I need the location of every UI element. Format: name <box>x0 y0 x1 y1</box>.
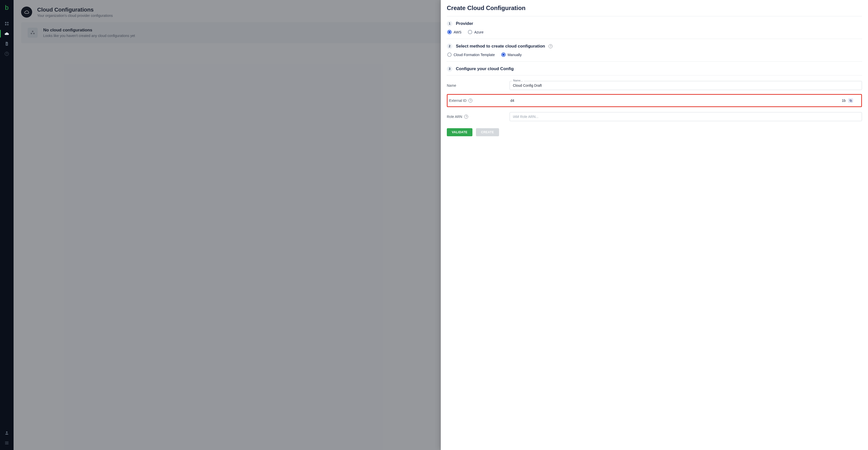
radio-icon <box>501 53 505 57</box>
role-arn-input[interactable] <box>509 112 862 121</box>
method-radio-group: Cloud Formation Template Manually <box>447 53 862 62</box>
radio-cft[interactable]: Cloud Formation Template <box>447 53 495 57</box>
create-button: CREATE <box>476 128 499 136</box>
radio-icon <box>468 30 472 34</box>
radio-label: AWS <box>454 30 461 34</box>
sidebar-nav-user[interactable] <box>0 428 13 438</box>
copy-icon[interactable] <box>848 98 853 103</box>
create-cloud-config-drawer: Create Cloud Configuration 1 Provider AW… <box>441 0 868 450</box>
svg-rect-3 <box>7 24 8 25</box>
provider-radio-group: AWS Azure <box>447 30 862 39</box>
section-provider: 1 Provider <box>447 16 862 30</box>
svg-point-4 <box>6 431 7 433</box>
help-icon[interactable]: ? <box>468 99 472 103</box>
radio-manual[interactable]: Manually <box>501 53 522 57</box>
radio-label: Manually <box>507 53 522 57</box>
svg-rect-2 <box>5 24 6 25</box>
row-role-arn: Role ARN ? <box>447 109 862 124</box>
button-row: VALIDATE CREATE <box>447 128 862 136</box>
name-input-wrap: Name... <box>509 81 862 90</box>
extid-prefix: d4 <box>510 99 515 103</box>
radio-azure[interactable]: Azure <box>468 30 484 34</box>
label-role-arn: Role ARN ? <box>447 115 504 119</box>
radio-icon <box>447 30 452 34</box>
help-icon[interactable]: ? <box>549 44 553 48</box>
radio-aws[interactable]: AWS <box>447 30 461 34</box>
sidebar-nav-billing[interactable] <box>0 39 13 49</box>
extid-suffix: 1b <box>842 99 846 103</box>
help-icon[interactable]: ? <box>464 115 468 119</box>
section-title-configure: Configure your cloud Config <box>456 66 514 72</box>
floating-label: Name... <box>512 79 524 82</box>
label-external-id: External ID ? <box>449 99 505 103</box>
row-external-id-highlighted: External ID ? d4 1b <box>447 94 862 107</box>
external-id-value: d4 1b <box>510 98 860 103</box>
sidebar: b ? <box>0 0 13 450</box>
section-configure: 3 Configure your cloud Config <box>447 62 862 75</box>
main: Cloud Configurations Your organization's… <box>13 0 868 450</box>
name-input[interactable] <box>509 81 862 90</box>
radio-label: Azure <box>474 30 484 34</box>
step-badge-3: 3 <box>447 66 452 72</box>
step-badge-1: 1 <box>447 21 452 26</box>
logo: b <box>5 2 8 12</box>
radio-label: Cloud Formation Template <box>454 53 495 57</box>
sidebar-nav-menu[interactable] <box>0 438 13 448</box>
step-badge-2: 2 <box>447 44 452 49</box>
validate-button[interactable]: VALIDATE <box>447 128 472 136</box>
drawer-title: Create Cloud Configuration <box>447 4 862 11</box>
svg-rect-0 <box>5 22 6 23</box>
sidebar-nav-cloud[interactable] <box>0 29 13 39</box>
label-name: Name <box>447 83 504 87</box>
role-arn-input-wrap <box>509 112 862 121</box>
radio-icon <box>447 53 452 57</box>
section-title-method: Select method to create cloud configurat… <box>456 44 545 49</box>
sidebar-nav-org[interactable] <box>0 19 13 29</box>
svg-rect-1 <box>7 22 8 23</box>
section-method: 2 Select method to create cloud configur… <box>447 39 862 53</box>
section-title-provider: Provider <box>456 21 473 26</box>
row-name: Name Name... <box>447 78 862 93</box>
sidebar-nav-help[interactable]: ? <box>0 49 13 59</box>
